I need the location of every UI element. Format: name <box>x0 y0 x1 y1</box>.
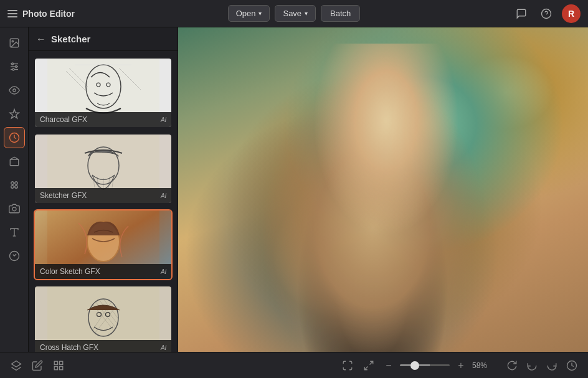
topbar-center: Open ▾ Save ▾ Batch <box>228 5 361 22</box>
sidebar-item-layers[interactable] <box>4 151 25 172</box>
svg-rect-57 <box>60 361 63 364</box>
topbar-left: Photo Editor <box>7 9 228 19</box>
svg-point-13 <box>14 182 17 185</box>
effect-name-color-sketch: Color Sketch GFX <box>40 267 100 276</box>
svg-point-0 <box>542 9 551 18</box>
main: ← Sketcher <box>0 27 588 352</box>
fit-width-icon[interactable] <box>339 357 356 374</box>
menu-icon[interactable] <box>7 10 17 17</box>
sidebar-item-adjustments[interactable] <box>4 56 25 77</box>
back-button[interactable]: ← <box>36 34 46 44</box>
photo-background <box>178 27 588 352</box>
chat-icon[interactable] <box>512 4 531 23</box>
zoom-slider[interactable] <box>400 364 450 366</box>
svg-rect-58 <box>54 366 57 369</box>
sidebar-item-image[interactable] <box>4 32 25 54</box>
history-icon[interactable] <box>563 357 581 374</box>
effect-name-crosshatch: Cross Hatch GFX <box>40 343 98 352</box>
rotate-right-icon[interactable] <box>503 357 521 374</box>
avatar[interactable]: R <box>562 4 581 23</box>
ai-badge-crosshatch: Ai <box>161 344 166 351</box>
layers-bottom-icon[interactable] <box>7 357 25 374</box>
effect-card-sketcher[interactable]: Sketcher GFX Ai <box>34 133 173 204</box>
chevron-down-icon: ▾ <box>305 10 308 17</box>
canvas-area <box>178 27 588 352</box>
panel-items: Charcoal GFX Ai <box>29 51 178 352</box>
sidebar-item-view[interactable] <box>4 80 25 101</box>
open-button[interactable]: Open ▾ <box>228 5 270 22</box>
svg-point-16 <box>12 207 16 211</box>
svg-point-12 <box>11 182 14 185</box>
bottombar: − + 58% <box>0 352 588 378</box>
photo-person <box>240 44 506 352</box>
svg-point-2 <box>12 40 13 42</box>
ai-badge-charcoal: Ai <box>161 116 166 123</box>
effect-name-sketcher: Sketcher GFX <box>40 191 87 200</box>
sidebar-item-text[interactable] <box>4 222 25 243</box>
save-button[interactable]: Save ▾ <box>275 5 316 22</box>
fit-screen-icon[interactable] <box>360 357 377 374</box>
sidebar-item-camera[interactable] <box>4 198 25 219</box>
batch-button[interactable]: Batch <box>321 5 360 22</box>
panel-title: Sketcher <box>51 34 90 44</box>
sidebar-icons <box>0 27 29 352</box>
effect-card-crosshatch[interactable]: Cross Hatch GFX Ai <box>34 285 173 352</box>
zoom-out-button[interactable]: − <box>381 358 396 373</box>
undo-icon[interactable] <box>523 357 541 374</box>
svg-point-8 <box>12 69 14 70</box>
redo-icon[interactable] <box>543 357 561 374</box>
topbar-right: R <box>360 4 581 23</box>
effect-name-charcoal: Charcoal GFX <box>40 115 87 124</box>
app-title: Photo Editor <box>22 9 75 19</box>
edit-bottom-icon[interactable] <box>29 357 46 374</box>
effect-card-color-sketch[interactable]: Color Sketch GFX Ai <box>34 209 173 280</box>
panel-header: ← Sketcher <box>29 27 178 51</box>
zoom-controls: − + 58% <box>381 358 495 373</box>
sidebar-item-filters[interactable] <box>4 127 25 148</box>
zoom-percentage: 58% <box>472 361 495 370</box>
zoom-in-button[interactable]: + <box>453 358 468 373</box>
effect-card-charcoal[interactable]: Charcoal GFX Ai <box>34 57 173 128</box>
bottom-right-icons <box>503 357 581 374</box>
svg-rect-11 <box>10 159 19 166</box>
sidebar-item-objects[interactable] <box>4 174 25 196</box>
sidebar-item-magic[interactable] <box>4 103 25 125</box>
svg-point-15 <box>14 186 17 189</box>
svg-point-9 <box>12 89 16 92</box>
svg-point-7 <box>15 66 17 68</box>
svg-rect-59 <box>60 366 63 369</box>
effects-panel: ← Sketcher <box>29 27 178 352</box>
svg-point-6 <box>11 63 13 65</box>
ai-badge-color-sketch: Ai <box>161 268 166 275</box>
topbar: Photo Editor Open ▾ Save ▾ Batch R <box>0 0 588 27</box>
svg-marker-55 <box>12 361 21 367</box>
sidebar-item-history[interactable] <box>4 245 25 267</box>
grid-bottom-icon[interactable] <box>50 357 67 374</box>
chevron-down-icon: ▾ <box>258 10 262 17</box>
help-icon[interactable] <box>537 4 556 23</box>
ai-badge-sketcher: Ai <box>161 192 166 199</box>
svg-point-14 <box>11 186 14 189</box>
svg-rect-56 <box>54 361 57 364</box>
